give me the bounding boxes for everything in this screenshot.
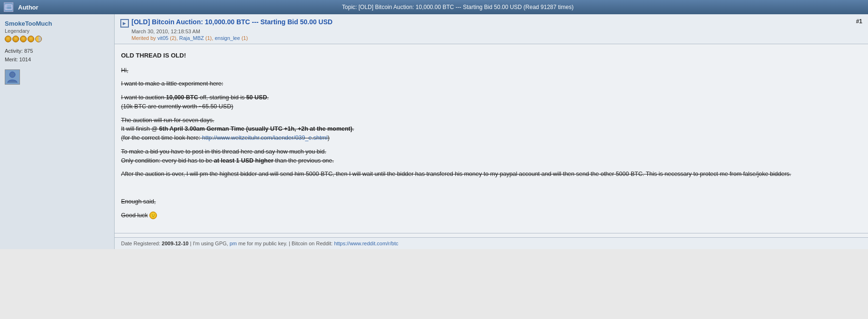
para-after-auction: After the auction is over, I will pm the… <box>121 170 862 179</box>
para-enough: Enough said, <box>121 197 862 206</box>
footer-pm-link[interactable]: pm <box>230 241 237 246</box>
post-date: March 30, 2010, 12:18:53 AM <box>132 29 333 34</box>
svg-point-3 <box>10 72 15 77</box>
footer-reddit-link[interactable]: https://www.reddit.com/r/btc <box>334 241 398 246</box>
smile-emoji: 🙂 <box>149 212 157 219</box>
merit-value: 1014 <box>20 57 31 62</box>
activity-line: Activity: 875 <box>5 47 109 56</box>
author-stats: Activity: 875 Merit: 1014 <box>5 47 109 64</box>
star-1 <box>5 36 11 42</box>
topic-title: Topic: [OLD] Bitcoin Auction: 10,000.00 … <box>51 4 864 10</box>
merit-user-vit05[interactable]: vit05 <box>157 35 168 41</box>
star-3 <box>20 36 27 42</box>
para-goodluck: Good luck 🙂 <box>121 211 862 220</box>
author-rank: Legendary <box>5 28 109 34</box>
header-bar: Author Topic: [OLD] Bitcoin Auction: 10,… <box>0 0 868 14</box>
star-2 <box>12 36 19 42</box>
quote-icon: ▶ <box>120 19 129 28</box>
post-header: ▶ [OLD] Bitcoin Auction: 10,000.00 BTC -… <box>115 14 868 44</box>
para-experiment: I want to make a little experiment here: <box>121 79 862 88</box>
activity-label: Activity: <box>5 48 23 54</box>
author-name[interactable]: SmokeTooMuch <box>5 20 109 27</box>
post-number: #1 <box>856 18 862 25</box>
footer-divider <box>115 233 868 233</box>
post-panel: ▶ [OLD] Bitcoin Auction: 10,000.00 BTC -… <box>114 14 868 249</box>
merit-line: Merit: 1014 <box>5 56 109 64</box>
para-duration: The auction will run for seven days. It … <box>121 116 862 143</box>
post-body: OLD THREAD IS OLD! Hi, I want to make a … <box>115 44 868 229</box>
post-old-header: OLD THREAD IS OLD! <box>121 51 862 60</box>
star-5 <box>35 36 42 42</box>
post-footer: Date Registered: 2009-12-10 | I'm using … <box>115 237 868 249</box>
para-hi: Hi, <box>121 66 862 75</box>
para-auction-main: I want to auction 10,000 BTC off, starti… <box>121 93 862 111</box>
avatar <box>5 69 20 85</box>
activity-value: 875 <box>24 48 33 54</box>
merit-user-ensign[interactable]: ensign_lee <box>215 35 240 41</box>
author-column-label: Author <box>18 4 47 11</box>
footer-date: 2009-12-10 <box>162 241 188 246</box>
merit-label: Merited by <box>132 35 156 41</box>
author-stars <box>5 36 109 42</box>
post-title[interactable]: [OLD] Bitcoin Auction: 10,000.00 BTC ---… <box>132 18 333 26</box>
time-link[interactable]: http://www.weltzeituhr.com/laender/039_e… <box>202 135 328 141</box>
post-title-row: ▶ [OLD] Bitcoin Auction: 10,000.00 BTC -… <box>120 18 333 28</box>
star-4 <box>28 36 34 42</box>
post-merit: Merited by vit05 (2), Raja_MBZ (1), ensi… <box>132 35 333 41</box>
para-bid-rules: To make a bid you have to post in this t… <box>121 147 862 165</box>
author-panel: SmokeTooMuch Legendary Activity: 875 Mer… <box>0 14 114 249</box>
forum-icon <box>4 2 13 12</box>
merit-label: Merit: <box>5 57 18 62</box>
footer-gpg2-text: me for my public key. <box>238 241 287 246</box>
para-spacer <box>121 184 862 193</box>
footer-date-label: Date Registered: <box>121 241 161 246</box>
merit-user-raja[interactable]: Raja_MBZ <box>179 35 204 41</box>
footer-reddit-label: Bitcoin on Reddit: <box>292 241 332 246</box>
post-title-area: ▶ [OLD] Bitcoin Auction: 10,000.00 BTC -… <box>120 18 333 41</box>
svg-rect-0 <box>5 5 12 10</box>
footer-gpg-text: I'm using GPG, <box>193 241 228 246</box>
